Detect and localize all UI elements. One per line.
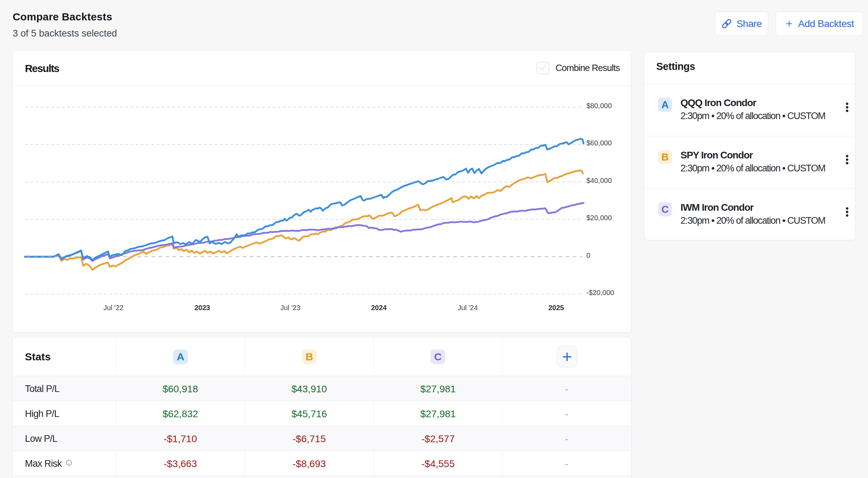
svg-text:$60,000: $60,000 <box>586 139 612 147</box>
svg-text:Jul '22: Jul '22 <box>103 304 123 312</box>
svg-text:2023: 2023 <box>195 304 210 312</box>
svg-text:0: 0 <box>586 251 590 259</box>
svg-text:-$20,000: -$20,000 <box>586 289 614 296</box>
svg-text:2025: 2025 <box>548 304 564 312</box>
svg-text:2024: 2024 <box>371 304 387 312</box>
svg-text:Jul '24: Jul '24 <box>458 304 478 312</box>
svg-text:$40,000: $40,000 <box>586 177 612 184</box>
svg-text:$20,000: $20,000 <box>586 214 612 222</box>
svg-text:$80,000: $80,000 <box>586 102 612 110</box>
svg-text:Jul '23: Jul '23 <box>280 304 300 312</box>
